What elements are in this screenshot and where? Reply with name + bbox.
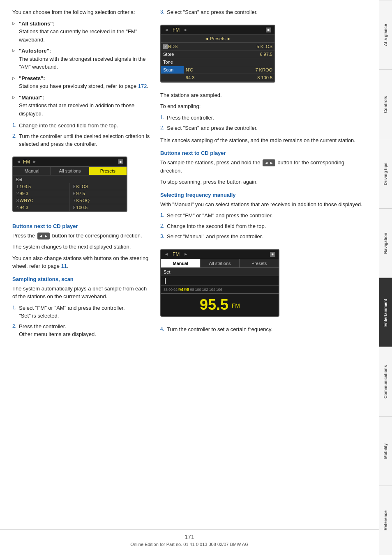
- freq-104: 104: [209, 288, 215, 292]
- fm-tab3-manual[interactable]: Manual: [161, 259, 201, 267]
- tab-communications[interactable]: Communications: [379, 347, 392, 416]
- after-scan-text2: To end sampling:: [160, 102, 367, 111]
- main-content: You can choose from the following select…: [0, 0, 379, 555]
- fm3-cursor-row: [161, 276, 279, 286]
- fm-rds-content: 5 KLOS: [184, 43, 274, 50]
- section3-heading: Sampling stations, scan: [12, 276, 152, 282]
- left-column: You can choose from the following select…: [12, 8, 152, 547]
- tab-entertainment[interactable]: Entertainment: [379, 278, 392, 347]
- footer-note: Online Edition for Part no. 01 41 0 013 …: [0, 542, 379, 547]
- end-step-1: 1. Press the controller.: [160, 114, 367, 122]
- rds-col2: 5 KLOS: [256, 44, 272, 49]
- fm-cell-4-2: 8100.5: [70, 204, 127, 211]
- after-scan-text1: The stations are sampled.: [160, 91, 367, 99]
- freq-92: 92: [173, 288, 178, 292]
- fm-screen-1: ◄ FM ► ■ Manual All stations Presets Set…: [12, 157, 127, 212]
- step-num-3: 1.: [12, 304, 16, 311]
- end-step-2: 2. Select "Scan" and press the controlle…: [160, 124, 367, 132]
- fm-subheader-presets: ◄ Presets ►: [161, 35, 274, 43]
- fm-row2-last: 94.3 8 100.5: [161, 74, 274, 82]
- fm-row2-rds: ✓RDS 5 KLOS: [161, 43, 274, 51]
- scan-col1: N'C: [186, 67, 193, 72]
- cd-button-right: ◄ ►: [263, 159, 275, 166]
- link-172[interactable]: 172: [138, 83, 147, 89]
- step-3: 1. Select "FM" or "AM" and press the con…: [12, 304, 152, 320]
- bullet-manual: "Manual": Set stations that are received…: [12, 94, 152, 118]
- fm-header-2: ◄ FM ► ■: [161, 25, 274, 35]
- step-1: 1. Change into the second field from the…: [12, 122, 152, 130]
- section2-text1: Press the ◄ ► button for the correspondi…: [12, 232, 152, 240]
- tab-navigation[interactable]: Navigation: [379, 208, 392, 278]
- fm-cell-3-2: 7KROQ: [70, 197, 127, 204]
- last-col1: 94.3: [186, 75, 194, 80]
- step-2: 2. Turn the controller until the desired…: [12, 132, 152, 148]
- s5-num-3: 3.: [160, 233, 164, 240]
- freq-88: 88: [164, 288, 168, 292]
- fm-screen-1-wrapper: ◄ FM ► ■ Manual All stations Presets Set…: [12, 152, 127, 216]
- link-11[interactable]: 11: [61, 263, 67, 269]
- tab-driving-tips[interactable]: Driving tips: [379, 139, 392, 208]
- right-column: 3. Select "Scan" and press the controlle…: [160, 8, 367, 547]
- s5-num-1: 1.: [160, 212, 164, 219]
- bullet-presets: "Presets": Stations you have previously …: [12, 74, 152, 90]
- corner-btn-3: ■: [270, 252, 275, 257]
- step4-num: 4.: [160, 325, 164, 333]
- freq-90: 90: [168, 288, 173, 292]
- tab-mobility[interactable]: Mobility: [379, 416, 392, 486]
- fm-row2-tone: Tone: [161, 58, 274, 66]
- fm-cell-4-1: 494.3: [13, 204, 70, 211]
- fm-last-label: [161, 76, 184, 79]
- section2-heading: Buttons next to CD player: [12, 223, 152, 229]
- right-step-3-text: Select "Scan" and press the controller.: [167, 9, 258, 15]
- right-step-3: 3. Select "Scan" and press the controlle…: [160, 8, 367, 16]
- fm-tab-presets[interactable]: Presets: [89, 167, 127, 175]
- tab-controls[interactable]: Controls: [379, 69, 392, 139]
- fm-tab3-all[interactable]: All stations: [201, 259, 240, 267]
- step4-item: 4. Turn the controller to set a certain …: [160, 325, 367, 334]
- section4-text2: To stop scanning, press the button again…: [160, 178, 367, 186]
- right-step-num-3: 3.: [160, 8, 164, 16]
- section5-step-3: 3. Select "Manual" and press the control…: [160, 233, 367, 241]
- arrow-left-2: ◄: [164, 28, 168, 32]
- fm-screen-3-wrapper: ◄ FM ► ■ Manual All stations Presets Set: [160, 245, 279, 321]
- fm-tab3-presets[interactable]: Presets: [240, 259, 279, 267]
- fm3-set-row: Set: [161, 268, 279, 276]
- freq-value: 95.5: [200, 296, 228, 313]
- tab-reference[interactable]: Reference: [379, 486, 392, 555]
- fm-data-row-3: 3WNYC 7KROQ: [13, 197, 127, 204]
- freq-96: 96: [184, 287, 189, 292]
- step-3-sub: "Set" is selected.: [19, 313, 59, 319]
- fm-row2-scan: Scan N'C 7 KROQ: [161, 66, 274, 74]
- steps-list-1: 1. Change into the second field from the…: [12, 122, 152, 148]
- fm-tab-manual[interactable]: Manual: [13, 167, 51, 175]
- fm-tab-all[interactable]: All stations: [51, 167, 89, 175]
- arrow-right-3: ►: [184, 252, 188, 256]
- freq-100: 100: [195, 288, 201, 292]
- fm-set-row: Set: [13, 175, 127, 183]
- fm-screen-3: ◄ FM ► ■ Manual All stations Presets Set: [160, 249, 279, 317]
- fm-cell-1-2: 5KLOS: [70, 183, 127, 190]
- page-footer: 171 Online Edition for Part no. 01 41 0 …: [0, 529, 379, 547]
- fm-screen-2: ◄ FM ► ■ ◄ Presets ► ✓RDS 5 KLOS: [160, 25, 275, 83]
- tab-at-a-glance[interactable]: At a glance: [379, 0, 392, 69]
- freq-94: 94: [178, 287, 183, 292]
- section4-heading: Buttons next to CD player: [160, 150, 367, 156]
- fm-data-row-4: 494.3 8100.5: [13, 204, 127, 211]
- section3-text: The system automatically plays a brief s…: [12, 285, 152, 301]
- section5-heading: Selecting frequency manually: [160, 192, 367, 198]
- fm-cell-2-2: 697.5: [70, 190, 127, 197]
- bullet-list: "All stations": Stations that can curren…: [12, 20, 152, 118]
- freq-98: 98: [190, 288, 194, 292]
- fm-data-row-1: 1103.5 5KLOS: [13, 183, 127, 190]
- fm-cell-3-1: 3WNYC: [13, 197, 70, 204]
- checkbox-rds: ✓: [163, 44, 168, 49]
- end-steps: 1. Press the controller. 2. Select "Scan…: [160, 114, 367, 132]
- store-col2: 6 97.5: [260, 52, 272, 57]
- fm-label-3: FM: [173, 251, 180, 257]
- end-step-num-1: 1.: [160, 114, 164, 121]
- cd-button-left: ◄ ►: [37, 233, 50, 240]
- last-col2: 8 100.5: [257, 75, 272, 80]
- steps-list-2: 1. Select "FM" or "AM" and press the con…: [12, 304, 152, 339]
- freq-display: 95.5 FM: [161, 294, 279, 316]
- fm-scan-label: Scan: [161, 66, 184, 74]
